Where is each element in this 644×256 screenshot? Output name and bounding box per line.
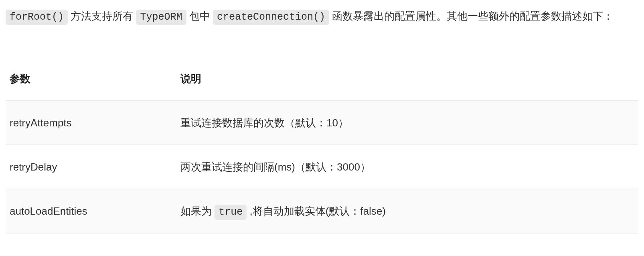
- desc-text-post: ,将自动加载实体(默认：false): [247, 205, 386, 217]
- code-forroot: forRoot(): [6, 10, 68, 25]
- params-table: 参数 说明 retryAttempts 重试连接数据库的次数（默认：10） re…: [6, 62, 638, 234]
- cell-desc: 两次重试连接的间隔(ms)（默认：3000）: [176, 145, 638, 189]
- intro-paragraph: forRoot() 方法支持所有 TypeORM 包中 createConnec…: [6, 6, 638, 26]
- table-header-row: 参数 说明: [6, 62, 638, 101]
- intro-text-3: 函数暴露出的配置属性。其他一些额外的配置参数描述如下：: [329, 10, 614, 22]
- code-createconnection: createConnection(): [213, 10, 329, 25]
- desc-text-pre: 如果为: [180, 205, 215, 217]
- cell-desc: 如果为 true ,将自动加载实体(默认：false): [176, 189, 638, 233]
- code-true: true: [215, 205, 247, 220]
- table-row: autoLoadEntities 如果为 true ,将自动加载实体(默认：fa…: [6, 189, 638, 233]
- cell-param: retryAttempts: [6, 101, 176, 145]
- table-row: retryAttempts 重试连接数据库的次数（默认：10）: [6, 101, 638, 145]
- header-param: 参数: [6, 62, 176, 101]
- header-desc: 说明: [176, 62, 638, 101]
- desc-text: 重试连接数据库的次数（默认：10）: [180, 117, 348, 129]
- cell-param: autoLoadEntities: [6, 189, 176, 233]
- cell-param: retryDelay: [6, 145, 176, 189]
- code-typeorm: TypeORM: [136, 10, 186, 25]
- table-row: retryDelay 两次重试连接的间隔(ms)（默认：3000）: [6, 145, 638, 189]
- cell-desc: 重试连接数据库的次数（默认：10）: [176, 101, 638, 145]
- desc-text: 两次重试连接的间隔(ms)（默认：3000）: [180, 161, 371, 173]
- document-page: forRoot() 方法支持所有 TypeORM 包中 createConnec…: [0, 0, 644, 250]
- intro-text-2: 包中: [186, 10, 213, 22]
- intro-text-1: 方法支持所有: [68, 10, 136, 22]
